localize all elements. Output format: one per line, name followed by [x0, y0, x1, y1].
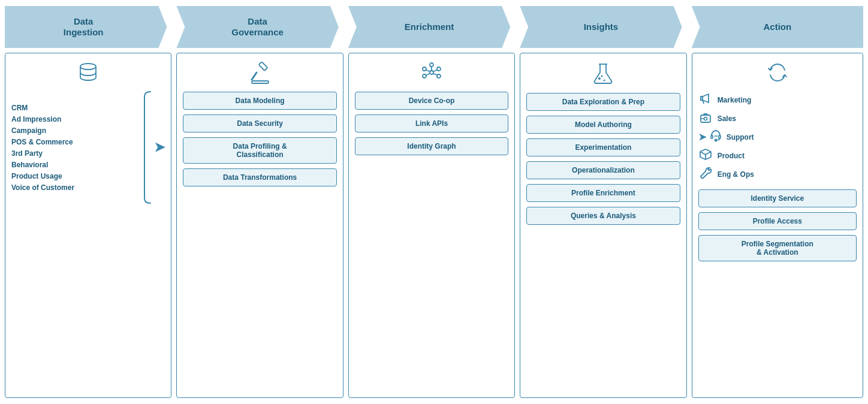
box-device-co-op: Device Co-op — [355, 92, 508, 110]
svg-line-2 — [252, 73, 257, 80]
svg-point-6 — [437, 67, 441, 71]
svg-point-4 — [430, 71, 433, 74]
stage-enrichment: Enrichment Device Co-op L — [348, 6, 520, 398]
ingestion-brace-arrow: CRM Ad Impression Campaign POS & Commerc… — [11, 91, 165, 204]
box-profile-segmentation: Profile Segmentation& Activation — [698, 235, 857, 261]
headset-icon: 24 — [709, 129, 723, 145]
box-identity-graph: Identity Graph — [355, 137, 508, 155]
svg-rect-3 — [252, 81, 269, 83]
ingestion-item-voice-of-customer: Voice of Customer — [11, 183, 142, 192]
svg-line-13 — [426, 70, 430, 72]
box-model-authoring: Model Authoring — [526, 116, 680, 134]
action-label-product: Product — [718, 152, 745, 160]
svg-point-8 — [423, 67, 426, 71]
svg-point-7 — [437, 74, 441, 78]
box-data-security: Data Security — [183, 114, 336, 132]
svg-line-11 — [433, 70, 438, 72]
action-item-marketing: Marketing — [698, 92, 857, 108]
stage-content-enrichment: Device Co-op Link APIs Identity Graph — [348, 53, 515, 398]
svg-point-20 — [704, 117, 707, 120]
ingestion-item-campaign: Campaign — [11, 126, 142, 135]
action-label-marketing: Marketing — [718, 96, 752, 104]
svg-line-14 — [426, 74, 430, 76]
stage-header-action: Action — [692, 6, 863, 48]
svg-rect-1 — [258, 62, 267, 71]
ingestion-item-pos-commerce: POS & Commerce — [11, 138, 142, 146]
ingestion-item-3rd-party: 3rd Party — [11, 149, 142, 158]
flow-arrow-icon: ➤ — [154, 140, 165, 155]
pipeline-diagram: DataIngestion CRM Ad Impression Campaign… — [5, 6, 863, 398]
svg-point-18 — [601, 76, 603, 77]
ingestion-item-product-usage: Product Usage — [11, 172, 142, 180]
box-data-transformations: Data Transformations — [183, 168, 336, 186]
svg-rect-23 — [719, 135, 721, 138]
database-icon — [77, 61, 100, 83]
stage-content-action: Marketing Sales ➤ — [692, 53, 863, 398]
ingestion-item-ad-impression: Ad Impression — [11, 115, 142, 123]
box-experimentation: Experimentation — [526, 138, 680, 156]
stage-action: Action — [692, 6, 863, 398]
ingestion-item-crm: CRM — [11, 104, 142, 112]
box-identity-service: Identity Service — [698, 189, 857, 207]
network-icon — [420, 61, 444, 85]
box-link-apis: Link APIs — [355, 114, 508, 132]
stage-header-data-ingestion: DataIngestion — [5, 6, 167, 48]
action-item-product: Product — [698, 147, 857, 164]
flask-icon — [591, 61, 615, 86]
stage-title-insights: Insights — [584, 22, 619, 32]
stage-header-data-governance: DataGovernance — [176, 6, 338, 48]
stage-title-data-ingestion: DataIngestion — [64, 16, 104, 38]
action-label-eng-ops: Eng & Ops — [718, 170, 754, 179]
stage-insights: Insights Data Exploration & Prep Model A… — [520, 6, 691, 398]
box-operationalization: Operationalization — [526, 161, 680, 179]
box-data-modeling: Data Modeling — [183, 92, 336, 110]
box-profile-enrichment: Profile Enrichment — [526, 184, 680, 202]
stage-content-data-governance: Data Modeling Data Security Data Profili… — [176, 53, 343, 398]
action-item-eng-ops: Eng & Ops — [698, 166, 857, 182]
svg-point-17 — [604, 80, 605, 82]
svg-text:24: 24 — [714, 134, 718, 138]
megaphone-icon — [698, 92, 713, 108]
stage-title-enrichment: Enrichment — [405, 22, 454, 32]
stage-header-insights: Insights — [520, 6, 682, 48]
box-data-profiling: Data Profiling &Classification — [183, 137, 336, 164]
box-icon — [698, 147, 713, 164]
svg-point-5 — [430, 63, 433, 67]
recycle-icon — [765, 61, 789, 85]
ingestion-item-behavioral: Behavioral — [11, 161, 142, 169]
svg-point-0 — [80, 64, 96, 70]
shopping-bag-icon — [698, 110, 713, 126]
box-queries-analysis: Queries & Analysis — [526, 207, 680, 225]
action-item-support: 24 Support — [709, 129, 754, 145]
svg-point-16 — [598, 77, 601, 80]
svg-point-9 — [423, 74, 426, 78]
action-item-sales: Sales — [698, 110, 857, 126]
stage-title-action: Action — [763, 22, 791, 32]
box-data-exploration-prep: Data Exploration & Prep — [526, 93, 680, 111]
stage-content-data-ingestion: CRM Ad Impression Campaign POS & Commerc… — [5, 53, 171, 398]
stage-data-governance: DataGovernance Data Modeling Data Securi… — [176, 6, 348, 398]
box-profile-access: Profile Access — [698, 212, 857, 230]
action-items-list: Marketing Sales ➤ — [698, 92, 857, 182]
action-label-sales: Sales — [718, 114, 736, 123]
svg-line-12 — [433, 74, 438, 76]
svg-rect-22 — [711, 135, 713, 138]
stage-content-insights: Data Exploration & Prep Model Authoring … — [520, 53, 686, 398]
gavel-icon — [248, 61, 272, 85]
stage-data-ingestion: DataIngestion CRM Ad Impression Campaign… — [5, 6, 176, 398]
stage-header-enrichment: Enrichment — [348, 6, 510, 48]
action-label-support: Support — [727, 133, 754, 141]
wrench-icon — [698, 166, 713, 182]
stage-title-data-governance: DataGovernance — [231, 16, 284, 38]
